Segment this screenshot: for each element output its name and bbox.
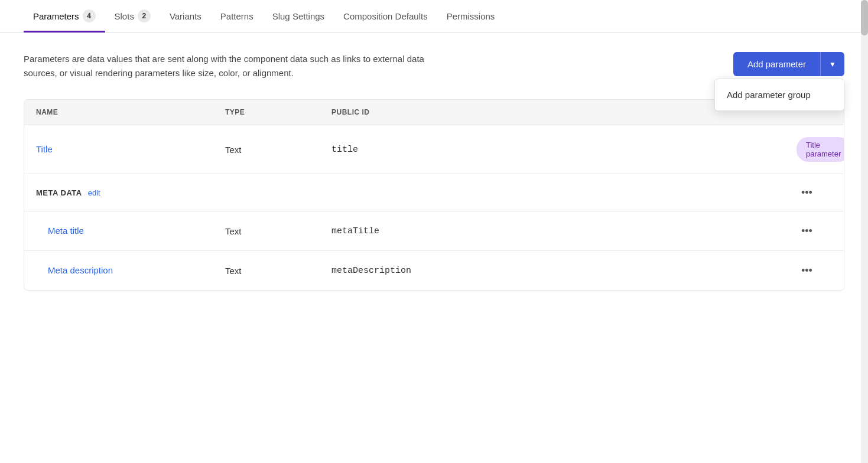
param-meta-title-actions: ••• <box>797 223 832 239</box>
param-meta-title-type: Text <box>225 226 331 236</box>
title-parameter-badge: Title parameter <box>797 137 844 162</box>
add-parameter-button[interactable]: Add parameter <box>733 52 820 76</box>
param-meta-description-type: Text <box>225 266 331 276</box>
description-text: Parameters are data values that are sent… <box>24 52 425 80</box>
group-edit-link[interactable]: edit <box>88 188 100 197</box>
tab-parameters-badge: 4 <box>83 9 96 22</box>
group-meta-data-more-button[interactable]: ••• <box>797 185 817 200</box>
tab-permissions-label: Permissions <box>447 11 495 21</box>
param-title-id: title <box>331 145 797 155</box>
param-meta-title-more-button[interactable]: ••• <box>797 223 817 239</box>
tab-composition-defaults[interactable]: Composition Defaults <box>334 2 437 31</box>
tab-slots-badge: 2 <box>138 9 151 22</box>
param-meta-description-more-button[interactable]: ••• <box>797 263 817 278</box>
param-meta-description-link[interactable]: Meta description <box>48 265 113 275</box>
col-header-name: NAME <box>36 108 225 116</box>
tab-permissions[interactable]: Permissions <box>437 2 505 31</box>
tabs-bar: Parameters 4 Slots 2 Variants Patterns S… <box>0 0 868 33</box>
dropdown-menu: Add parameter group <box>714 79 844 111</box>
tab-variants[interactable]: Variants <box>160 2 211 31</box>
param-title-actions: Title parameter ••• <box>797 137 832 162</box>
tab-slug-settings[interactable]: Slug Settings <box>263 2 334 31</box>
scrollbar-track <box>861 0 868 463</box>
param-meta-description-actions: ••• <box>797 263 832 278</box>
tab-parameters-label: Parameters <box>33 11 79 21</box>
add-parameter-group: Add parameter ▼ Add parameter group <box>733 52 844 76</box>
group-header-meta-data: META DATA edit ••• <box>24 174 844 211</box>
tab-patterns[interactable]: Patterns <box>211 2 263 31</box>
tab-patterns-label: Patterns <box>220 11 253 21</box>
param-meta-description-id: metaDescription <box>331 266 797 276</box>
tab-slots[interactable]: Slots 2 <box>105 0 160 32</box>
tab-variants-label: Variants <box>170 11 201 21</box>
main-content: Parameters are data values that are sent… <box>0 33 868 309</box>
table-row: Meta title Text metaTitle ••• <box>24 211 844 251</box>
group-meta-data-actions: ••• <box>797 185 832 200</box>
add-parameter-group-item[interactable]: Add parameter group <box>715 83 844 107</box>
parameters-table: NAME TYPE PUBLIC ID Title Text title Tit… <box>24 99 844 291</box>
tab-slots-label: Slots <box>115 11 134 21</box>
tab-composition-defaults-label: Composition Defaults <box>343 11 428 21</box>
col-header-type: TYPE <box>225 108 331 116</box>
add-parameter-dropdown-button[interactable]: ▼ <box>820 52 844 76</box>
param-title-type: Text <box>225 145 331 155</box>
param-meta-title-link[interactable]: Meta title <box>48 226 84 236</box>
description-row: Parameters are data values that are sent… <box>24 52 844 80</box>
tab-parameters[interactable]: Parameters 4 <box>24 0 105 32</box>
scrollbar-thumb[interactable] <box>861 0 868 35</box>
chevron-down-icon: ▼ <box>829 60 836 69</box>
table-row: Meta description Text metaDescription ••… <box>24 251 844 290</box>
param-meta-title-id: metaTitle <box>331 226 797 236</box>
tab-slug-settings-label: Slug Settings <box>272 11 324 21</box>
table-row: Title Text title Title parameter ••• <box>24 125 844 174</box>
param-title-link[interactable]: Title <box>36 144 53 154</box>
group-name-meta-data: META DATA edit <box>36 188 225 197</box>
